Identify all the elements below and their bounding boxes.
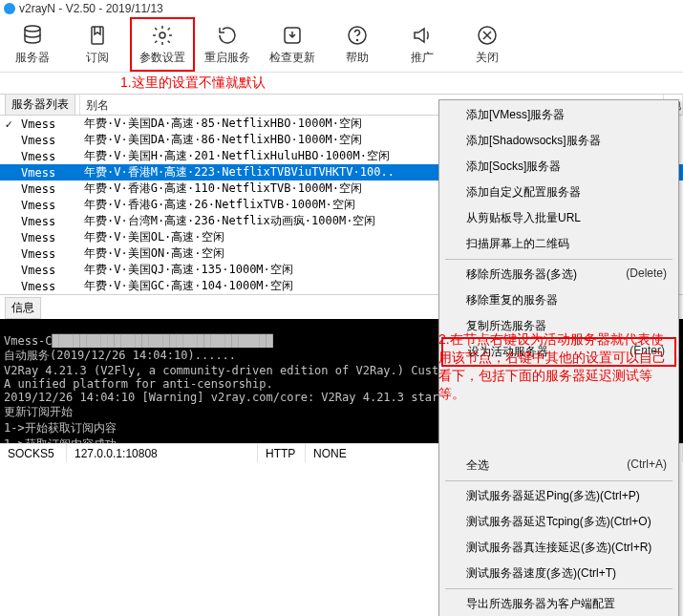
cell-type: Vmess — [17, 182, 80, 196]
ctx-remove-sel[interactable]: 移除所选服务器(多选)(Delete) — [441, 262, 676, 287]
ctx-select-all[interactable]: 全选(Ctrl+A) — [441, 453, 676, 478]
ctx-import-url[interactable]: 从剪贴板导入批量URL — [441, 205, 676, 231]
cell-type: Vmess — [17, 247, 80, 261]
svg-point-0 — [25, 26, 40, 32]
settings-label: 参数设置 — [139, 50, 185, 66]
ctx-add-socks[interactable]: 添加[Socks]服务器 — [441, 154, 676, 180]
cell-type: Vmess — [17, 264, 80, 277]
ctx-export-client[interactable]: 导出所选服务器为客户端配置 — [441, 591, 676, 616]
ctx-add-custom[interactable]: 添加自定义配置服务器 — [441, 180, 676, 205]
update-button[interactable]: 检查更新 — [260, 17, 325, 72]
ctx-scan-qr[interactable]: 扫描屏幕上的二维码 — [441, 231, 676, 257]
cell-type: Vmess — [17, 166, 80, 180]
annotation-2: 2.在节点右键设为活动服务器就代表使用该节点，右键中其他的设置可以自己看下，包括… — [438, 330, 672, 403]
gear-icon — [150, 23, 175, 48]
server-button[interactable]: 服务器 — [0, 17, 65, 72]
svg-point-5 — [357, 40, 358, 41]
cell-type: Vmess — [17, 150, 80, 163]
help-label: 帮助 — [346, 50, 369, 66]
ctx-add-vmess[interactable]: 添加[VMess]服务器 — [441, 102, 676, 128]
app-logo-icon — [4, 3, 15, 14]
cell-type: Vmess — [17, 231, 80, 244]
titlebar: v2rayN - V2.50 - 2019/11/13 — [0, 0, 683, 17]
ctx-speed[interactable]: 测试服务器速度(多选)(Ctrl+T) — [441, 561, 676, 586]
svg-rect-1 — [92, 27, 103, 44]
close-button[interactable]: 关闭 — [455, 17, 520, 72]
restart-label: 重启服务 — [204, 50, 250, 66]
subscribe-label: 订阅 — [86, 50, 109, 66]
promote-button[interactable]: 推广 — [390, 17, 455, 72]
server-label: 服务器 — [15, 50, 50, 66]
ctx-ping[interactable]: 测试服务器延迟Ping(多选)(Ctrl+P) — [441, 483, 676, 509]
close-label: 关闭 — [476, 50, 499, 66]
info-label: 信息 — [5, 297, 41, 319]
download-icon — [280, 23, 305, 48]
window-title: v2rayN - V2.50 - 2019/11/13 — [19, 2, 163, 15]
cell-type: Vmess — [17, 199, 80, 212]
ctx-remove-dup[interactable]: 移除重复的服务器 — [441, 287, 676, 313]
help-icon — [345, 23, 370, 48]
subscribe-button[interactable]: 订阅 — [65, 17, 130, 72]
cell-type: Vmess — [17, 215, 80, 228]
cell-type: Vmess — [17, 134, 80, 147]
svg-point-2 — [160, 32, 165, 38]
status-http: HTTP — [258, 444, 306, 462]
annotation-1: 1.这里的设置不懂就默认 — [120, 74, 266, 92]
cell-type: Vmess — [17, 117, 80, 131]
database-icon — [20, 23, 45, 48]
toolbar: 服务器 订阅 参数设置 重启服务 检查更新 帮助 推广 关闭 — [0, 17, 683, 73]
close-icon — [475, 23, 500, 48]
update-label: 检查更新 — [269, 50, 315, 66]
settings-button[interactable]: 参数设置 — [130, 17, 195, 72]
restart-icon — [215, 23, 240, 48]
bookmark-icon — [85, 23, 110, 48]
server-list-label: 服务器列表 — [5, 94, 75, 116]
promote-label: 推广 — [411, 50, 434, 66]
cell-type: Vmess — [17, 280, 80, 293]
ctx-tcping[interactable]: 测试服务器延迟Tcping(多选)(Ctrl+O) — [441, 509, 676, 535]
help-button[interactable]: 帮助 — [325, 17, 390, 72]
status-proto: SOCKS5 — [0, 444, 67, 462]
active-mark: ✓ — [0, 117, 17, 131]
speaker-icon — [410, 23, 435, 48]
ctx-add-ss[interactable]: 添加[Shadowsocks]服务器 — [441, 128, 676, 154]
status-addr: 127.0.0.1:10808 — [67, 444, 258, 462]
ctx-realping[interactable]: 测试服务器真连接延迟(多选)(Ctrl+R) — [441, 535, 676, 561]
restart-button[interactable]: 重启服务 — [195, 17, 260, 72]
